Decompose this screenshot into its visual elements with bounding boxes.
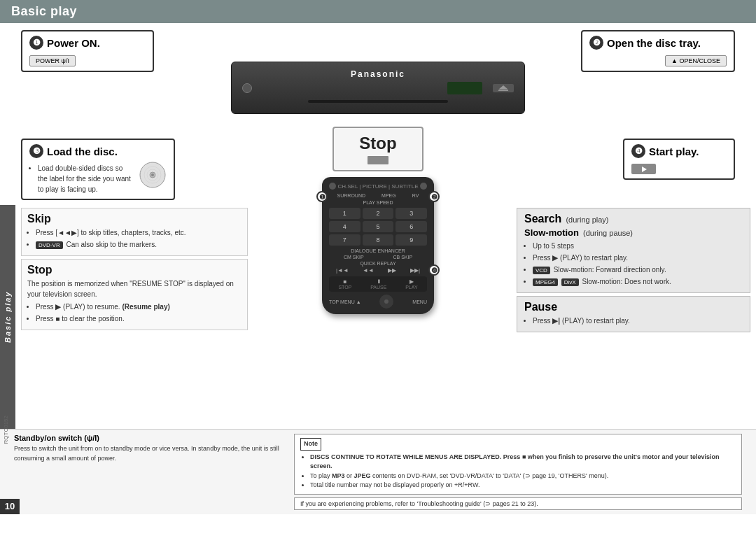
skip-text: Press [◄◄▶] to skip titles, chapters, tr… bbox=[27, 227, 241, 250]
stop-text: The position is memorized when "RESUME S… bbox=[27, 278, 241, 324]
play-button-visual[interactable] bbox=[631, 164, 656, 174]
remote-play-section: ▶ PLAY bbox=[405, 278, 417, 290]
vcd-badge: VCD bbox=[533, 267, 550, 274]
svg-point-4 bbox=[151, 174, 154, 176]
page-header: Basic play bbox=[0, 0, 756, 23]
remote-play-label: PLAY bbox=[405, 285, 417, 290]
remote-btn-2[interactable]: 2 bbox=[363, 208, 394, 219]
standby-title-text: Standby/on switch (ψ/I) bbox=[14, 434, 99, 442]
note-bullet-2: To play MP3 or JPEG contents on DVD-RAM,… bbox=[310, 472, 736, 481]
power-button-label[interactable]: POWER ψ/I bbox=[29, 55, 76, 66]
remote-btn-1[interactable]: 1 bbox=[329, 208, 360, 219]
stop-center-title: Stop bbox=[341, 134, 415, 153]
step3-title: ❸ Load the disc. bbox=[29, 144, 167, 158]
remote-stop-section: ■ STOP bbox=[338, 278, 351, 290]
note-section: Note DISCS CONTINUE TO ROTATE WHILE MENU… bbox=[294, 434, 742, 510]
step4-number: ❹ bbox=[631, 144, 645, 158]
stop-panel: Stop The position is memorized when "RES… bbox=[21, 259, 248, 330]
remote-top-row: CH.SEL | PICTURE | SUBTITLE bbox=[329, 183, 427, 190]
remote-top-labels: CH.SEL | PICTURE | SUBTITLE bbox=[338, 183, 419, 190]
remote-btn-3[interactable]: 3 bbox=[396, 208, 427, 219]
cm-skip-label: CM SKIP bbox=[344, 255, 364, 260]
step3-desc: Load double-sided discs so the label for… bbox=[29, 163, 133, 194]
remote-btn-4[interactable]: 4 bbox=[329, 221, 360, 232]
openclose-button-label[interactable]: ▲ OPEN/CLOSE bbox=[665, 55, 727, 66]
remote-top-menu[interactable]: TOP MENU ▲ bbox=[329, 299, 361, 304]
step1-title: ❶ Power ON. bbox=[29, 36, 146, 50]
remote-label-mpeg: MPEG bbox=[382, 193, 396, 198]
sidebar-label: Basic play bbox=[0, 205, 15, 429]
step3-number: ❸ bbox=[29, 144, 43, 158]
slowmotion-subtitle: (during pause) bbox=[583, 229, 633, 237]
search-title-row: Search (during play) bbox=[524, 213, 743, 225]
step3-box: ❸ Load the disc. Load double-sided discs… bbox=[21, 139, 175, 200]
remote-menu[interactable]: MENU bbox=[412, 299, 427, 304]
step1-box: ❶ Power ON. POWER ψ/I bbox=[21, 30, 154, 72]
mpeg4-badge: MPEG4 bbox=[533, 278, 558, 286]
remote-btn-5[interactable]: 5 bbox=[363, 221, 394, 232]
skip-panel: Skip Press [◄◄▶] to skip titles, chapter… bbox=[21, 208, 248, 256]
pause-bullet-1: Press ▶| (PLAY) to restart play. bbox=[533, 316, 743, 326]
pause-title: Pause bbox=[524, 301, 743, 313]
step2-title: ❷ Open the disc tray. bbox=[589, 36, 727, 50]
remote-label-surround: SURROUND bbox=[337, 193, 365, 198]
stop-bullet-1: Press ▶ (PLAY) to resume. (Resume play) bbox=[36, 302, 241, 312]
remote-play-btn[interactable]: ▶ bbox=[405, 278, 417, 285]
marker-4: ❹ bbox=[428, 264, 440, 276]
standby-section: Standby/on switch (ψ/I) Press to switch … bbox=[14, 434, 280, 510]
note-bullet-3: Total title number may not be displayed … bbox=[310, 481, 736, 490]
remote-pause-btn[interactable]: ⏸ bbox=[370, 278, 386, 285]
remote-skip-back[interactable]: |◄◄ bbox=[336, 267, 349, 274]
slowmotion-title-row: Slow-motion (during pause) bbox=[524, 227, 743, 238]
search-bullet-2: Press ▶ (PLAY) to restart play. bbox=[533, 253, 743, 263]
remote-slow-search[interactable]: ◄◄ bbox=[363, 267, 374, 274]
rqtc-label: RQTC0152 bbox=[3, 416, 9, 444]
cb-skip-label: CB SKIP bbox=[393, 255, 412, 260]
disc-slot bbox=[308, 100, 448, 103]
search-subtitle: (during play) bbox=[566, 215, 608, 224]
remote-btn-6[interactable]: 6 bbox=[396, 221, 427, 232]
brand-label: Panasonic bbox=[351, 69, 405, 79]
remote-btn-9[interactable]: 9 bbox=[396, 234, 427, 246]
dialogue-enhancer-label: DIALOGUE ENHANCER bbox=[329, 248, 427, 253]
eject-button[interactable] bbox=[493, 84, 514, 92]
page-number: 10 bbox=[0, 499, 20, 514]
trouble-text: If you are experiencing problems, refer … bbox=[300, 500, 538, 507]
dvd-vr-badge: DVD-VR bbox=[36, 241, 63, 249]
marker-2: ❷ bbox=[428, 191, 440, 202]
remote-stop-label: STOP bbox=[338, 285, 351, 290]
dvd-player-body: Panasonic bbox=[231, 62, 525, 114]
remote-top-btn-2[interactable] bbox=[420, 183, 427, 190]
step3-bullet: Load double-sided discs so the label for… bbox=[38, 163, 133, 194]
stop-center-button[interactable] bbox=[368, 156, 388, 164]
remote-fast-fwd[interactable]: ▶▶ bbox=[388, 267, 396, 274]
remote-skip-fwd[interactable]: ▶▶| bbox=[410, 267, 420, 274]
note-bullet-1: DISCS CONTINUE TO ROTATE WHILE MENUS ARE… bbox=[310, 453, 736, 472]
play-speed-label: PLAY SPEED bbox=[329, 200, 427, 205]
remote-top-btn-1[interactable] bbox=[329, 183, 336, 190]
display-area bbox=[447, 82, 482, 94]
pause-text: Press ▶| (PLAY) to restart play. bbox=[524, 316, 743, 326]
skip-cb-row: CM SKIP CB SKIP bbox=[329, 255, 427, 260]
middle-section: Basic play Skip Press [◄◄▶] to skip titl… bbox=[0, 205, 756, 429]
remote-btn-7[interactable]: 7 bbox=[329, 234, 360, 246]
stop-desc: The position is memorized when "RESUME S… bbox=[27, 278, 241, 299]
stop-title: Stop bbox=[27, 264, 241, 276]
skip-bullet-2: DVD-VR Can also skip to the markers. bbox=[36, 239, 241, 250]
note-box: Note DISCS CONTINUE TO ROTATE WHILE MENU… bbox=[294, 434, 742, 495]
right-panels: Search (during play) Slow-motion (during… bbox=[511, 205, 756, 429]
search-bullets: Up to 5 steps Press ▶ (PLAY) to restart … bbox=[524, 241, 743, 287]
device-power-button[interactable] bbox=[242, 83, 252, 93]
stop-center-panel: Stop bbox=[332, 127, 424, 171]
note-label: Note bbox=[300, 438, 321, 451]
step2-number: ❷ bbox=[589, 36, 603, 50]
remote-center-btn[interactable] bbox=[379, 295, 393, 309]
remote-transport: ■ STOP ⏸ PAUSE ▶ PLAY bbox=[329, 276, 427, 292]
search-bullet-3: VCD Slow-motion: Forward direction only. bbox=[533, 264, 743, 275]
nav-arrows: |◄◄ ◄◄ ▶▶ ▶▶| bbox=[329, 267, 427, 274]
remote-btn-8[interactable]: 8 bbox=[363, 234, 394, 246]
step1-label: Power ON. bbox=[47, 37, 100, 49]
remote-pause-section: ⏸ PAUSE bbox=[370, 278, 386, 290]
dvd-player-diagram: POWER ψ/I Remote control sensor ▲ OPEN/C… bbox=[231, 62, 525, 114]
remote-stop-btn[interactable]: ■ bbox=[338, 278, 351, 285]
